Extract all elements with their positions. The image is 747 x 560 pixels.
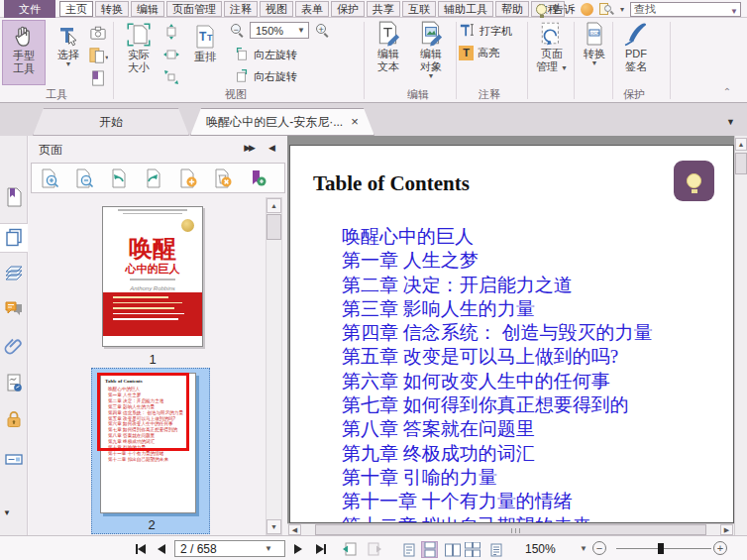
rotate-left-button[interactable]: 向左旋转 <box>234 46 329 63</box>
horizontal-scrollbar[interactable]: ◀ ▶ <box>287 523 734 535</box>
zoom-combo[interactable]: 150% ▼ <box>250 22 309 39</box>
toc-link[interactable]: 第七章 如何得到你真正想要得到的 <box>342 393 653 417</box>
snapshot-camera-icon[interactable] <box>87 23 109 42</box>
reflow-layout-button[interactable] <box>487 541 504 558</box>
toc-link[interactable]: 第九章 终极成功的词汇 <box>342 442 653 466</box>
facing-layout-button[interactable] <box>444 541 461 558</box>
snapshot-page-icon[interactable] <box>87 68 109 87</box>
security-panel-button[interactable] <box>0 405 28 435</box>
convert-button[interactable]: OCR 转换 ▼ <box>578 20 611 89</box>
menu-item[interactable]: 转换 <box>95 1 129 17</box>
menu-item[interactable]: 视图 <box>260 1 293 17</box>
edit-text-button[interactable]: 编辑 文本 <box>369 20 408 85</box>
page-manage-button[interactable]: 页面 管理 ▼ <box>531 20 573 89</box>
scroll-right-icon[interactable]: ▶ <box>720 524 733 535</box>
toc-link[interactable]: 第四章 信念系统： 创造与毁灭的力量 <box>342 321 653 345</box>
paste-clipboard-icon[interactable]: ▾ <box>87 46 109 64</box>
toc-link[interactable]: 第六章 如何改变人生中的任何事 <box>342 370 653 393</box>
toc-link[interactable]: 第十一章 十个有力量的情绪 <box>342 490 653 513</box>
first-page-button[interactable] <box>131 541 151 556</box>
page-number-input[interactable] <box>175 542 265 556</box>
scrollbar-thumb[interactable] <box>267 214 281 240</box>
toc-link[interactable]: 第五章 改变是可以马上做到的吗? <box>342 345 653 369</box>
find-input[interactable] <box>631 3 722 16</box>
zoom-dropdown-icon[interactable]: ▼ <box>297 26 308 35</box>
panel-minimize-icon[interactable]: ◀ <box>268 143 275 153</box>
notification-orb-icon[interactable] <box>581 3 593 16</box>
search-dropdown-icon[interactable]: ▾ <box>620 5 624 14</box>
tell-me-label[interactable]: 告诉 <box>553 2 575 17</box>
highlight-button[interactable]: T 高亮 <box>459 44 499 61</box>
bookmarks-panel-button[interactable] <box>0 183 28 213</box>
toc-link[interactable]: 第二章 决定：开启能力之道 <box>342 274 653 297</box>
signatures-panel-button[interactable] <box>0 369 28 398</box>
hand-tool-button[interactable]: 手型 工具 <box>2 20 46 85</box>
tab-list-dropdown-icon[interactable]: ▼ <box>726 117 735 127</box>
single-page-layout-button[interactable] <box>400 541 417 558</box>
slider-knob[interactable] <box>658 543 664 554</box>
viewport-rectangle[interactable] <box>97 373 189 451</box>
tab-document[interactable]: 唤醒心中的巨人-安东尼·... × <box>190 108 374 136</box>
toc-link[interactable]: 第一章 人生之梦 <box>342 249 653 273</box>
status-zoom-dropdown-icon[interactable]: ▼ <box>579 541 588 556</box>
search-document-icon[interactable] <box>599 3 614 16</box>
tab-close-icon[interactable]: × <box>351 116 359 128</box>
menu-item[interactable]: 辅助工具 <box>438 1 493 17</box>
delete-page-icon[interactable] <box>213 168 233 188</box>
toc-link[interactable]: 唤醒心中的巨人 <box>342 225 653 249</box>
typewriter-button[interactable]: 打字机 <box>459 22 512 40</box>
thumbnail-page-1[interactable]: 唤醒 心中的巨人 Anthony Robbins <box>102 206 203 347</box>
tab-start-page[interactable]: 开始 <box>33 108 189 136</box>
attachments-panel-button[interactable] <box>0 332 28 362</box>
pdf-sign-button[interactable]: PDF 签名 <box>616 20 656 89</box>
vertical-scrollbar[interactable]: ▲ <box>734 136 747 535</box>
layers-panel-button[interactable] <box>0 260 28 289</box>
menu-item[interactable]: 注释 <box>224 1 258 17</box>
enlarge-thumbnails-icon[interactable] <box>40 168 59 188</box>
previous-view-button[interactable] <box>341 541 359 556</box>
fit-height-icon[interactable] <box>160 22 182 41</box>
reflow-button[interactable]: TT 重排 <box>184 20 226 85</box>
pages-panel-button[interactable] <box>0 223 28 253</box>
last-page-button[interactable] <box>311 541 331 556</box>
assistant-lightbulb-button[interactable] <box>674 161 714 201</box>
menu-item[interactable]: 表单 <box>295 1 329 17</box>
menu-item[interactable]: 主页 <box>59 1 93 17</box>
lightbulb-icon[interactable] <box>536 4 547 15</box>
rotate-page-right-icon[interactable] <box>144 168 163 188</box>
edit-object-button[interactable]: 编辑 对象 ▼ <box>410 20 452 85</box>
find-dropdown-icon[interactable]: ▼ <box>730 7 738 16</box>
facing-continuous-layout-button[interactable] <box>464 541 480 558</box>
thumbnail-page-2-selected[interactable]: Table of Contents 唤醒心中的巨人第一章 人生之梦第二章 决定：… <box>91 368 210 534</box>
reduce-thumbnails-icon[interactable] <box>74 168 94 188</box>
fields-panel-button[interactable] <box>0 445 28 475</box>
menu-item[interactable]: 共享 <box>367 1 400 17</box>
next-view-button[interactable] <box>366 541 383 556</box>
menu-item[interactable]: 页面管理 <box>166 1 222 17</box>
strip-more-icon[interactable]: ▼ <box>3 508 11 517</box>
ribbon-collapse-icon[interactable]: ⌃ <box>719 87 735 99</box>
thumbnail-scrollbar[interactable]: ▲ ▼ <box>266 197 282 535</box>
scroll-up-icon[interactable]: ▲ <box>735 138 747 151</box>
toc-link[interactable]: 第八章 答案就在问题里 <box>342 417 653 441</box>
zoom-slider[interactable] <box>616 548 711 549</box>
zoom-out-button[interactable]: − <box>592 541 606 555</box>
toc-link[interactable]: 第十章 引喻的力量 <box>342 466 653 490</box>
scroll-up-icon[interactable]: ▲ <box>267 198 281 213</box>
zoom-in-button[interactable]: + <box>713 541 727 555</box>
toc-link[interactable]: 第十二章 拟出自己期望的未来 <box>342 514 653 523</box>
bookmark-flag-icon[interactable] <box>248 168 267 188</box>
page-dropdown-icon[interactable]: ▼ <box>265 544 272 553</box>
menu-item[interactable]: 帮助 <box>495 1 529 17</box>
actual-size-button[interactable]: 实际 大小 <box>119 20 159 85</box>
next-page-button[interactable] <box>291 541 305 556</box>
toc-link[interactable]: 第三章 影响人生的力量 <box>342 297 653 321</box>
panel-dock-icon[interactable]: ▶▶ <box>244 143 254 153</box>
menu-item[interactable]: 互联 <box>402 1 436 17</box>
rotate-page-left-icon[interactable] <box>109 168 129 188</box>
menu-item[interactable]: 保护 <box>331 1 365 17</box>
scroll-left-icon[interactable]: ◀ <box>288 524 301 535</box>
scrollbar-thumb[interactable] <box>735 153 747 174</box>
file-menu-button[interactable]: 文件 <box>4 0 55 18</box>
select-tool-button[interactable]: 选择 ▼ <box>50 20 87 85</box>
